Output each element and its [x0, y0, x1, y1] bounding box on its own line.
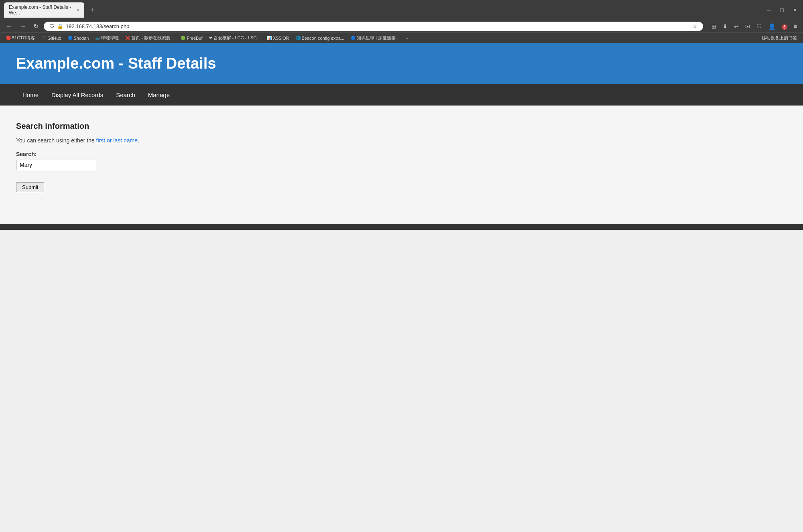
bookmark-shodan[interactable]: 🔵 Shodan — [65, 35, 92, 41]
bookmark-zsxq[interactable]: 🔵 知识星球 | 深度连接... — [348, 34, 402, 42]
bookmark-label-weibu: 首页 - 微步在线威胁... — [131, 35, 174, 41]
profile-button[interactable]: 👤 — [766, 22, 777, 31]
description-post: . — [138, 137, 139, 144]
bookmark-favicon-weibu: ❌ — [125, 36, 130, 40]
page-wrapper: Example.com - Staff Details Home Display… — [0, 43, 803, 310]
site-header: Example.com - Staff Details — [0, 43, 803, 84]
browser-tab[interactable]: Example.com - Staff Details - We... × — [4, 2, 84, 18]
bookmark-beacon[interactable]: 🌐 Beacon config extra... — [293, 35, 347, 41]
star-icon[interactable]: ☆ — [693, 23, 697, 29]
bookmark-favicon-xssor: 📊 — [267, 36, 272, 40]
back-button[interactable]: ← — [4, 22, 14, 31]
search-heading: Search information — [16, 122, 787, 131]
address-text: 192.168.74.133/search.php — [66, 23, 129, 29]
browser-titlebar: Example.com - Staff Details - We... × + … — [0, 0, 803, 20]
bookmark-favicon-51cto: 🔴 — [6, 36, 11, 40]
browser-chrome: Example.com - Staff Details - We... × + … — [0, 0, 803, 43]
bookmark-label-shodan: Shodan — [74, 36, 89, 41]
site-title: Example.com - Staff Details — [16, 55, 787, 72]
bookmark-label-freebuf: FreeBuf — [187, 36, 202, 41]
bookmark-label-51cto: 51CTO博客 — [12, 35, 35, 41]
shield-icon: 🛡 — [49, 23, 55, 29]
window-minimize-button[interactable]: ─ — [764, 6, 773, 14]
bookmark-xssor[interactable]: 📊 XSS'OR — [264, 35, 292, 41]
bookmark-favicon-freebuf: 🟢 — [181, 36, 185, 40]
tab-close-icon[interactable]: × — [77, 8, 79, 12]
nav-manage[interactable]: Manage — [142, 84, 176, 106]
nav-search[interactable]: Search — [110, 84, 142, 106]
description-pre: You can search using either the — [16, 137, 96, 144]
browser-toolbar-icons: ⊞ ⬇ ↩ ✉ 🛡 👤 3 ≡ — [709, 22, 799, 31]
site-nav: Home Display All Records Search Manage — [0, 84, 803, 106]
menu-button[interactable]: ≡ — [792, 22, 799, 31]
main-content: Search information You can search using … — [0, 106, 803, 224]
bookmarks-bar: 🔴 51CTO博客 ⚫ GitHub 🔵 Shodan 📺 哔哩哔哩 ❌ 首页 … — [0, 32, 803, 43]
search-label: Search: — [16, 151, 787, 157]
bookmark-52pojie[interactable]: ❤ 吾爱破解 - LCG - LSG... — [206, 34, 263, 42]
bookmarks-more-icon[interactable]: » — [404, 35, 410, 41]
tab-title: Example.com - Staff Details - We... — [9, 4, 74, 16]
profile-badge: 3 — [782, 24, 787, 30]
history-button[interactable]: ↩ — [732, 22, 741, 31]
bookmark-51cto[interactable]: 🔴 51CTO博客 — [3, 34, 38, 42]
mail-button[interactable]: ✉ — [743, 22, 752, 31]
shield-status-button[interactable]: 🛡 — [754, 22, 764, 31]
browser-addressbar: ← → ↻ 🛡 🔒 192.168.74.133/search.php ☆ ⊞ … — [0, 20, 803, 32]
lock-icon: 🔒 — [57, 23, 63, 29]
window-close-button[interactable]: × — [791, 6, 799, 14]
bookmark-label-xssor: XSS'OR — [273, 36, 289, 41]
mobile-bookmarks-label[interactable]: 移动设备上的书签 — [759, 34, 800, 42]
bookmark-favicon-shodan: 🔵 — [68, 36, 73, 40]
bookmark-favicon-bilibili: 📺 — [95, 36, 100, 40]
bookmark-favicon-52pojie: ❤ — [209, 36, 212, 40]
nav-display-all[interactable]: Display All Records — [45, 84, 110, 106]
bookmark-label-zsxq: 知识星球 | 深度连接... — [357, 35, 399, 41]
search-input[interactable] — [16, 160, 96, 170]
bookmark-favicon-github: ⚫ — [41, 36, 46, 40]
bookmark-label-beacon: Beacon config extra... — [302, 36, 344, 41]
refresh-button[interactable]: ↻ — [31, 22, 41, 31]
bookmark-label-bilibili: 哔哩哔哩 — [101, 35, 119, 41]
bookmark-label-github: GitHub — [47, 36, 61, 41]
nav-home[interactable]: Home — [16, 84, 45, 106]
bookmark-favicon-beacon: 🌐 — [296, 36, 301, 40]
bookmark-bilibili[interactable]: 📺 哔哩哔哩 — [92, 34, 122, 42]
address-icons: ☆ — [693, 23, 697, 29]
window-maximize-button[interactable]: □ — [778, 6, 786, 14]
submit-button[interactable]: Submit — [16, 182, 44, 192]
address-bar[interactable]: 🛡 🔒 192.168.74.133/search.php ☆ — [44, 22, 703, 31]
search-description: You can search using either the first or… — [16, 137, 787, 144]
profile-badge-button[interactable]: 3 — [780, 22, 789, 31]
forward-button[interactable]: → — [18, 22, 28, 31]
bookmark-freebuf[interactable]: 🟢 FreeBuf — [178, 35, 205, 41]
bookmark-favicon-zsxq: 🔵 — [351, 36, 356, 40]
bookmark-label-52pojie: 吾爱破解 - LCG - LSG... — [213, 35, 260, 41]
new-tab-button[interactable]: + — [87, 5, 98, 15]
description-link[interactable]: first or last name — [96, 137, 138, 144]
site-footer — [0, 224, 803, 230]
window-controls: ─ □ × — [764, 6, 799, 14]
bottom-space — [0, 230, 803, 310]
bookmark-github[interactable]: ⚫ GitHub — [39, 35, 64, 41]
bookmark-weibu[interactable]: ❌ 首页 - 微步在线威胁... — [122, 34, 177, 42]
downloads-button[interactable]: ⬇ — [721, 22, 730, 31]
extensions-button[interactable]: ⊞ — [709, 22, 718, 31]
